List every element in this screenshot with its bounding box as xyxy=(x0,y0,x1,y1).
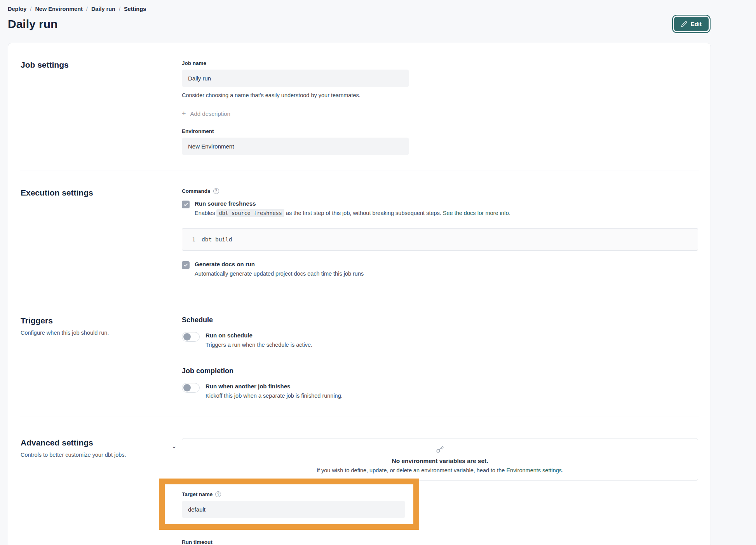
job-name-helper: Consider choosing a name that's easily u… xyxy=(182,91,698,100)
triggers-section: Triggers Configure when this job should … xyxy=(8,294,711,416)
job-name-input[interactable] xyxy=(182,70,409,87)
triggers-subheading: Configure when this job should run. xyxy=(21,330,182,336)
environment-variables-box: No environment variables are set. If you… xyxy=(182,438,698,481)
add-description-button[interactable]: + Add description xyxy=(182,110,230,117)
help-icon[interactable]: ? xyxy=(215,491,221,497)
breadcrumb: Deploy / New Environment / Daily run / S… xyxy=(8,0,711,12)
job-completion-heading: Job completion xyxy=(182,367,698,375)
run-when-job-finishes-toggle[interactable] xyxy=(182,383,200,393)
command-text: dbt build xyxy=(202,236,232,243)
advanced-settings-section: Advanced settings Controls to better cus… xyxy=(8,416,711,545)
breadcrumb-settings: Settings xyxy=(124,6,146,12)
run-when-job-finishes-label: Run when another job finishes xyxy=(206,383,343,390)
toggle-knob xyxy=(183,384,191,391)
run-source-freshness-checkbox[interactable] xyxy=(182,201,190,208)
environment-label: Environment xyxy=(182,128,698,134)
run-timeout-group: Run timeout Maximum number of seconds a … xyxy=(182,539,698,545)
breadcrumb-separator: / xyxy=(30,6,31,12)
breadcrumb-job[interactable]: Daily run xyxy=(91,6,115,12)
execution-settings-section: Execution settings Commands ? Run source… xyxy=(8,171,711,294)
inline-code-chip: dbt source freshness xyxy=(216,209,284,217)
pencil-icon xyxy=(681,21,687,27)
run-on-schedule-description: Triggers a run when the schedule is acti… xyxy=(206,341,312,349)
edit-button[interactable]: Edit xyxy=(674,17,709,31)
run-source-freshness-description: Enables dbt source freshness as the firs… xyxy=(195,209,510,218)
key-icon xyxy=(435,444,445,454)
advanced-settings-heading: Advanced settings xyxy=(21,438,166,447)
commands-label: Commands xyxy=(182,188,211,194)
toggle-knob xyxy=(183,333,191,341)
docs-link[interactable]: See the docs for more info. xyxy=(443,210,510,216)
advanced-settings-subheading: Controls to better customize your dbt jo… xyxy=(21,452,166,458)
run-on-schedule-label: Run on schedule xyxy=(206,332,312,339)
env-vars-message: If you wish to define, update, or delete… xyxy=(190,467,690,473)
description-prefix: Enables xyxy=(195,210,215,216)
job-settings-heading: Job settings xyxy=(21,60,182,70)
execution-settings-heading: Execution settings xyxy=(21,188,182,197)
target-name-highlight-overlay: Target name ? If you have logic that beh… xyxy=(159,479,419,530)
edit-button-label: Edit xyxy=(691,21,702,27)
schedule-heading: Schedule xyxy=(182,316,698,324)
env-vars-title: No environment variables are set. xyxy=(190,458,690,465)
generate-docs-label: Generate docs on run xyxy=(195,261,364,267)
target-name-label: Target name xyxy=(182,491,213,497)
environments-settings-link[interactable]: Environments settings xyxy=(506,467,562,473)
description-suffix: as the first step of this job, without b… xyxy=(286,210,441,216)
run-source-freshness-row: Run source freshness Enables dbt source … xyxy=(182,200,698,218)
triggers-heading: Triggers xyxy=(21,316,182,325)
generate-docs-row: Generate docs on run Automatically gener… xyxy=(182,261,698,278)
line-number: 1 xyxy=(182,236,202,243)
run-timeout-label: Run timeout xyxy=(182,539,698,545)
checkbox-checked-icon xyxy=(183,202,188,207)
run-source-freshness-label: Run source freshness xyxy=(195,200,510,207)
job-settings-section: Job settings Job name Consider choosing … xyxy=(8,43,711,171)
breadcrumb-environment[interactable]: New Environment xyxy=(35,6,82,12)
plus-icon: + xyxy=(182,110,186,117)
job-name-label: Job name xyxy=(182,60,698,66)
target-name-label-row: Target name ? xyxy=(182,491,413,497)
generate-docs-checkbox[interactable] xyxy=(182,261,190,269)
run-on-schedule-row: Run on schedule Triggers a run when the … xyxy=(182,332,698,349)
add-description-label: Add description xyxy=(190,110,230,117)
breadcrumb-deploy[interactable]: Deploy xyxy=(8,6,26,12)
page-header: Daily run Edit xyxy=(8,17,711,31)
target-name-input[interactable] xyxy=(182,501,405,518)
help-icon[interactable]: ? xyxy=(213,188,219,194)
checkbox-checked-icon xyxy=(183,262,188,268)
run-when-job-finishes-row: Run when another job finishes Kickoff th… xyxy=(182,383,698,400)
commands-label-row: Commands ? xyxy=(182,188,698,194)
commands-code-editor[interactable]: 1 dbt build xyxy=(182,228,698,251)
environment-input[interactable] xyxy=(182,138,409,155)
run-when-job-finishes-description: Kickoff this job when a separate job is … xyxy=(206,392,343,400)
page-title: Daily run xyxy=(8,17,57,31)
settings-card: Job settings Job name Consider choosing … xyxy=(8,43,711,545)
run-on-schedule-toggle[interactable] xyxy=(182,332,200,342)
breadcrumb-separator: / xyxy=(119,6,120,12)
env-vars-message-prefix: If you wish to define, update, or delete… xyxy=(317,467,505,473)
generate-docs-description: Automatically generate updated project d… xyxy=(195,270,364,278)
breadcrumb-separator: / xyxy=(86,6,88,12)
env-vars-message-suffix: . xyxy=(562,467,563,473)
target-name-helper: If you have logic that behaves different… xyxy=(182,522,408,524)
